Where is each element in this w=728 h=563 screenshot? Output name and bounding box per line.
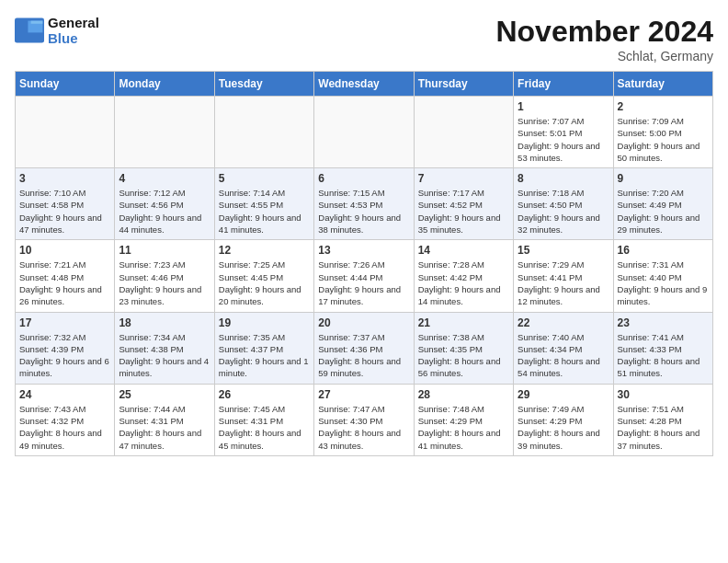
calendar-table: SundayMondayTuesdayWednesdayThursdayFrid… (15, 71, 713, 456)
day-info: Sunrise: 7:28 AM Sunset: 4:42 PM Dayligh… (418, 259, 509, 307)
calendar-cell: 19Sunrise: 7:35 AM Sunset: 4:37 PM Dayli… (214, 312, 313, 384)
day-number: 5 (219, 172, 310, 185)
calendar-cell: 6Sunrise: 7:15 AM Sunset: 4:53 PM Daylig… (314, 168, 414, 240)
day-info: Sunrise: 7:38 AM Sunset: 4:35 PM Dayligh… (418, 331, 509, 380)
calendar-row: 17Sunrise: 7:32 AM Sunset: 4:39 PM Dayli… (16, 312, 713, 384)
day-number: 17 (19, 316, 110, 329)
day-info: Sunrise: 7:32 AM Sunset: 4:39 PM Dayligh… (19, 331, 110, 380)
calendar-cell: 1Sunrise: 7:07 AM Sunset: 5:01 PM Daylig… (514, 97, 613, 168)
calendar-cell: 26Sunrise: 7:45 AM Sunset: 4:31 PM Dayli… (214, 384, 313, 455)
day-number: 19 (219, 316, 310, 329)
calendar-cell: 27Sunrise: 7:47 AM Sunset: 4:30 PM Dayli… (314, 384, 414, 455)
calendar-cell: 28Sunrise: 7:48 AM Sunset: 4:29 PM Dayli… (414, 384, 513, 455)
page-header: General Blue November 2024 Schlat, Germa… (15, 15, 713, 63)
day-info: Sunrise: 7:09 AM Sunset: 5:00 PM Dayligh… (618, 115, 709, 164)
calendar-cell: 15Sunrise: 7:29 AM Sunset: 4:41 PM Dayli… (514, 240, 613, 312)
header-saturday: Saturday (613, 72, 712, 97)
day-number: 25 (119, 388, 210, 401)
logo-icon (15, 17, 44, 43)
calendar-cell: 29Sunrise: 7:49 AM Sunset: 4:29 PM Dayli… (514, 384, 613, 455)
day-info: Sunrise: 7:47 AM Sunset: 4:30 PM Dayligh… (318, 403, 409, 452)
day-number: 3 (19, 172, 110, 185)
calendar-cell: 20Sunrise: 7:37 AM Sunset: 4:36 PM Dayli… (314, 312, 414, 384)
day-info: Sunrise: 7:37 AM Sunset: 4:36 PM Dayligh… (318, 331, 409, 380)
logo: General Blue (15, 15, 99, 47)
calendar-cell (414, 97, 513, 168)
day-number: 24 (19, 388, 110, 401)
day-number: 28 (418, 388, 509, 401)
calendar-cell: 2Sunrise: 7:09 AM Sunset: 5:00 PM Daylig… (613, 97, 712, 168)
location: Schlat, Germany (495, 49, 713, 63)
day-number: 8 (518, 172, 609, 185)
day-info: Sunrise: 7:41 AM Sunset: 4:33 PM Dayligh… (618, 331, 709, 380)
day-info: Sunrise: 7:23 AM Sunset: 4:46 PM Dayligh… (119, 259, 210, 307)
calendar-cell: 10Sunrise: 7:21 AM Sunset: 4:48 PM Dayli… (16, 240, 115, 312)
day-number: 30 (618, 388, 709, 401)
day-info: Sunrise: 7:43 AM Sunset: 4:32 PM Dayligh… (19, 403, 110, 452)
calendar-cell: 4Sunrise: 7:12 AM Sunset: 4:56 PM Daylig… (115, 168, 214, 240)
day-info: Sunrise: 7:29 AM Sunset: 4:41 PM Dayligh… (518, 259, 609, 307)
calendar-cell (214, 97, 313, 168)
calendar-cell: 13Sunrise: 7:26 AM Sunset: 4:44 PM Dayli… (314, 240, 414, 312)
calendar-cell: 22Sunrise: 7:40 AM Sunset: 4:34 PM Dayli… (514, 312, 613, 384)
calendar-body: 1Sunrise: 7:07 AM Sunset: 5:01 PM Daylig… (16, 97, 713, 456)
calendar-cell: 7Sunrise: 7:17 AM Sunset: 4:52 PM Daylig… (414, 168, 513, 240)
day-number: 12 (219, 244, 310, 257)
header-thursday: Thursday (414, 72, 513, 97)
day-number: 23 (618, 316, 709, 329)
day-number: 26 (219, 388, 310, 401)
day-info: Sunrise: 7:07 AM Sunset: 5:01 PM Dayligh… (518, 115, 609, 164)
day-number: 16 (618, 244, 709, 257)
calendar-cell: 24Sunrise: 7:43 AM Sunset: 4:32 PM Dayli… (16, 384, 115, 455)
calendar-cell: 12Sunrise: 7:25 AM Sunset: 4:45 PM Dayli… (214, 240, 313, 312)
header-wednesday: Wednesday (314, 72, 414, 97)
day-info: Sunrise: 7:15 AM Sunset: 4:53 PM Dayligh… (318, 187, 409, 236)
day-info: Sunrise: 7:31 AM Sunset: 4:40 PM Dayligh… (618, 259, 709, 307)
calendar-cell: 5Sunrise: 7:14 AM Sunset: 4:55 PM Daylig… (214, 168, 313, 240)
calendar-cell (115, 97, 214, 168)
day-number: 4 (119, 172, 210, 185)
calendar-cell: 8Sunrise: 7:18 AM Sunset: 4:50 PM Daylig… (514, 168, 613, 240)
day-info: Sunrise: 7:49 AM Sunset: 4:29 PM Dayligh… (518, 403, 609, 452)
month-title: November 2024 (495, 15, 713, 49)
day-info: Sunrise: 7:44 AM Sunset: 4:31 PM Dayligh… (119, 403, 210, 452)
day-number: 9 (618, 172, 709, 185)
calendar-cell: 30Sunrise: 7:51 AM Sunset: 4:28 PM Dayli… (613, 384, 712, 455)
day-number: 15 (518, 244, 609, 257)
day-number: 14 (418, 244, 509, 257)
calendar-header: SundayMondayTuesdayWednesdayThursdayFrid… (16, 72, 713, 97)
day-number: 2 (618, 100, 709, 113)
svg-marker-2 (31, 21, 43, 24)
day-info: Sunrise: 7:40 AM Sunset: 4:34 PM Dayligh… (518, 331, 609, 380)
day-info: Sunrise: 7:45 AM Sunset: 4:31 PM Dayligh… (219, 403, 310, 452)
day-number: 21 (418, 316, 509, 329)
day-number: 27 (318, 388, 409, 401)
day-info: Sunrise: 7:25 AM Sunset: 4:45 PM Dayligh… (219, 259, 310, 307)
day-info: Sunrise: 7:26 AM Sunset: 4:44 PM Dayligh… (318, 259, 409, 307)
day-number: 1 (518, 100, 609, 113)
calendar-row: 3Sunrise: 7:10 AM Sunset: 4:58 PM Daylig… (16, 168, 713, 240)
calendar-cell: 18Sunrise: 7:34 AM Sunset: 4:38 PM Dayli… (115, 312, 214, 384)
title-block: November 2024 Schlat, Germany (495, 15, 713, 63)
header-row: SundayMondayTuesdayWednesdayThursdayFrid… (16, 72, 713, 97)
calendar-cell: 25Sunrise: 7:44 AM Sunset: 4:31 PM Dayli… (115, 384, 214, 455)
calendar-cell: 11Sunrise: 7:23 AM Sunset: 4:46 PM Dayli… (115, 240, 214, 312)
calendar-cell: 17Sunrise: 7:32 AM Sunset: 4:39 PM Dayli… (16, 312, 115, 384)
day-number: 7 (418, 172, 509, 185)
day-number: 22 (518, 316, 609, 329)
calendar-row: 1Sunrise: 7:07 AM Sunset: 5:01 PM Daylig… (16, 97, 713, 168)
day-info: Sunrise: 7:21 AM Sunset: 4:48 PM Dayligh… (19, 259, 110, 307)
logo-text: General Blue (48, 15, 99, 47)
calendar-row: 10Sunrise: 7:21 AM Sunset: 4:48 PM Dayli… (16, 240, 713, 312)
calendar-cell: 9Sunrise: 7:20 AM Sunset: 4:49 PM Daylig… (613, 168, 712, 240)
day-info: Sunrise: 7:34 AM Sunset: 4:38 PM Dayligh… (119, 331, 210, 380)
header-sunday: Sunday (16, 72, 115, 97)
day-number: 13 (318, 244, 409, 257)
day-info: Sunrise: 7:12 AM Sunset: 4:56 PM Dayligh… (119, 187, 210, 236)
day-info: Sunrise: 7:10 AM Sunset: 4:58 PM Dayligh… (19, 187, 110, 236)
header-monday: Monday (115, 72, 214, 97)
day-number: 18 (119, 316, 210, 329)
calendar-cell: 16Sunrise: 7:31 AM Sunset: 4:40 PM Dayli… (613, 240, 712, 312)
day-info: Sunrise: 7:17 AM Sunset: 4:52 PM Dayligh… (418, 187, 509, 236)
day-number: 11 (119, 244, 210, 257)
